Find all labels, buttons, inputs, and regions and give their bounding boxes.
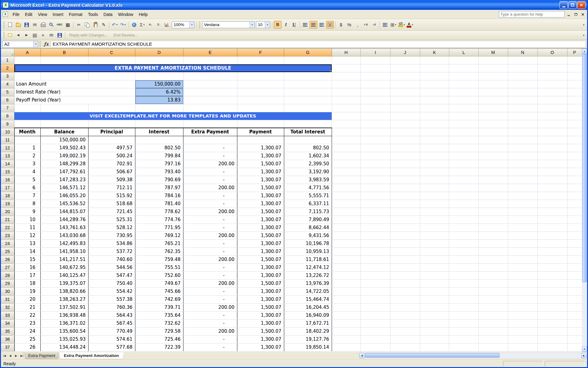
cell-O4[interactable]: [537, 80, 567, 88]
row-header-8[interactable]: 8: [1, 112, 14, 120]
cell-B23[interactable]: 143,030.68: [40, 232, 88, 240]
cell-H26[interactable]: [332, 255, 360, 263]
cell-F26[interactable]: 1,500.07: [237, 255, 284, 263]
cell-M2[interactable]: [478, 64, 508, 72]
toolbar-grip[interactable]: [3, 32, 5, 39]
cell-L21[interactable]: [449, 216, 478, 224]
cell-F7[interactable]: [237, 104, 284, 112]
sort-descending-button[interactable]: Z↓: [155, 21, 163, 29]
cell-K14[interactable]: [420, 160, 449, 168]
row-header-5[interactable]: 5: [1, 88, 14, 96]
cell-F27[interactable]: 1,300.07: [237, 263, 284, 271]
column-header-P[interactable]: P: [567, 49, 582, 56]
column-header-K[interactable]: K: [420, 49, 449, 56]
merge-and-center-button[interactable]: [326, 21, 334, 29]
cell-M16[interactable]: [478, 176, 508, 184]
cell-J8[interactable]: [390, 112, 420, 120]
cell-H3[interactable]: [332, 72, 360, 80]
cell-J17[interactable]: [390, 184, 420, 192]
cell-B32[interactable]: 137,502.91: [40, 303, 88, 311]
cell-D17[interactable]: 787.97: [135, 184, 183, 192]
cell-E30[interactable]: -: [183, 287, 237, 295]
insert-function-icon[interactable]: ƒx: [42, 41, 51, 47]
cell-G28[interactable]: 13,226.72: [284, 271, 332, 279]
cell-I4[interactable]: [360, 80, 390, 88]
menu-window[interactable]: Window: [115, 11, 136, 18]
cell-K33[interactable]: [420, 311, 449, 319]
cell-M6[interactable]: [478, 96, 508, 104]
bold-button[interactable]: B: [274, 21, 281, 29]
cell-C17[interactable]: 712.11: [88, 184, 135, 192]
cell-P21[interactable]: [567, 216, 582, 224]
cell-H8[interactable]: [332, 112, 360, 120]
cell-L25[interactable]: [449, 247, 478, 255]
menu-format[interactable]: Format: [66, 11, 85, 18]
cell-K27[interactable]: [420, 263, 449, 271]
cell-G6[interactable]: [284, 96, 332, 104]
cell-I17[interactable]: [360, 184, 390, 192]
cell-E16[interactable]: -: [183, 176, 237, 184]
cell-O24[interactable]: [537, 240, 567, 247]
cell-F11[interactable]: [237, 136, 284, 144]
cell-P10[interactable]: [567, 128, 582, 136]
spelling-button[interactable]: ABC: [56, 21, 63, 29]
cell-K3[interactable]: [420, 72, 449, 80]
workbook-restore-button[interactable]: [573, 12, 579, 17]
cell-E11[interactable]: [183, 136, 237, 144]
cell-O21[interactable]: [537, 216, 567, 224]
cell-F4[interactable]: [237, 80, 284, 88]
cell-L13[interactable]: [449, 152, 478, 160]
maximize-button[interactable]: [568, 1, 577, 9]
row-header-34[interactable]: 34: [1, 319, 14, 327]
cell-C29[interactable]: 750.40: [88, 279, 135, 287]
row-header-2[interactable]: 2: [1, 64, 14, 72]
cell-J28[interactable]: [390, 271, 420, 279]
cell-G15[interactable]: 3,192.90: [284, 168, 332, 176]
cell-D9[interactable]: [135, 120, 183, 128]
cell-A24[interactable]: 13: [14, 240, 40, 247]
row-header-20[interactable]: 20: [1, 208, 14, 216]
cell-E15[interactable]: -: [183, 168, 237, 176]
cell-M4[interactable]: [478, 80, 508, 88]
row-header-6[interactable]: 6: [1, 96, 14, 104]
cell-A29[interactable]: 18: [14, 279, 40, 287]
input-label-cell[interactable]: Payoff Period (Year): [14, 96, 135, 104]
cell-J22[interactable]: [390, 224, 420, 232]
cell-G20[interactable]: 7,115.73: [284, 208, 332, 216]
cell-N37[interactable]: [508, 343, 537, 351]
cell-G21[interactable]: 7,890.49: [284, 216, 332, 224]
cell-C36[interactable]: 574.61: [88, 335, 135, 343]
borders-dropdown-icon[interactable]: ▾: [395, 23, 396, 26]
cell-D30[interactable]: 745.66: [135, 287, 183, 295]
cell-A9[interactable]: [14, 120, 40, 128]
cell-N15[interactable]: [508, 168, 537, 176]
cell-B26[interactable]: 141,217.51: [40, 255, 88, 263]
cell-P13[interactable]: [567, 152, 582, 160]
cell-I27[interactable]: [360, 263, 390, 271]
cell-D19[interactable]: 781.40: [135, 200, 183, 208]
cell-N22[interactable]: [508, 224, 537, 232]
promo-banner-cell[interactable]: VISIT EXCELTEMPLATE.NET FOR MORE TEMPLAT…: [14, 112, 332, 120]
cell-J30[interactable]: [390, 287, 420, 295]
menu-insert[interactable]: Insert: [50, 11, 66, 18]
cell-A20[interactable]: 9: [14, 208, 40, 216]
cell-L34[interactable]: [449, 319, 478, 327]
cell-M30[interactable]: [478, 287, 508, 295]
cell-E27[interactable]: -: [183, 263, 237, 271]
cell-N10[interactable]: [508, 128, 537, 136]
cell-H4[interactable]: [332, 80, 360, 88]
cell-E12[interactable]: -: [183, 144, 237, 152]
cell-K12[interactable]: [420, 144, 449, 152]
scroll-down-icon[interactable]: ▼: [582, 347, 587, 352]
increase-indent-button[interactable]: [381, 21, 389, 29]
cell-F22[interactable]: 1,300.07: [237, 224, 284, 232]
cell-C24[interactable]: 534.86: [88, 240, 135, 247]
cell-C23[interactable]: 730.95: [88, 232, 135, 240]
cell-I14[interactable]: [360, 160, 390, 168]
cell-O20[interactable]: [537, 208, 567, 216]
cell-I22[interactable]: [360, 224, 390, 232]
cell-I23[interactable]: [360, 232, 390, 240]
cell-D11[interactable]: [135, 136, 183, 144]
cell-D13[interactable]: 799.84: [135, 152, 183, 160]
cell-K6[interactable]: [420, 96, 449, 104]
